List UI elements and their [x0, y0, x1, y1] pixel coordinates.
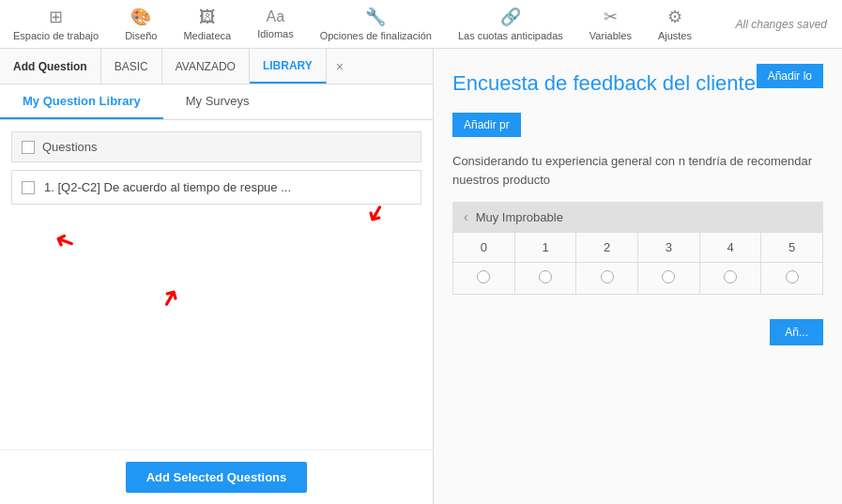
toolbar-label-variables: Variables — [589, 30, 632, 41]
question-checkbox[interactable] — [22, 181, 35, 194]
tab-avanzado[interactable]: AVANZADO — [162, 49, 250, 84]
tab-my-surveys[interactable]: My Surveys — [163, 84, 272, 119]
survey-question-text: Considerando tu experiencia general con … — [452, 152, 823, 189]
toolbar-item-variables[interactable]: ✂ Variables — [576, 3, 645, 45]
toolbar-label-cuotas: Las cuotas anticipadas — [458, 30, 563, 41]
question-text: 1. [Q2-C2] De acuerdo al tiempo de respu… — [44, 180, 291, 194]
toolbar-label-opciones: Opciones de finalización — [320, 30, 432, 41]
scale-left-arrow-icon: ‹ — [464, 209, 468, 224]
opciones-icon: 🔧 — [365, 7, 386, 27]
scale-section: ‹ Muy Improbable 0 1 2 3 4 5 — [452, 202, 823, 295]
all-changes-saved: All changes saved — [736, 18, 842, 31]
scale-radios-row — [452, 263, 823, 295]
scale-number-2: 2 — [576, 233, 638, 262]
questions-section: Questions 1. [Q2-C2] De acuerdo al tiemp… — [0, 120, 433, 450]
toolbar-item-opciones[interactable]: 🔧 Opciones de finalización — [307, 3, 445, 45]
toolbar: ⊞ Espacio de trabajo 🎨 Diseño 🖼 Mediatec… — [0, 0, 842, 49]
tab-library[interactable]: LIBRARY — [250, 49, 327, 84]
toolbar-item-design[interactable]: 🎨 Diseño — [112, 3, 170, 45]
add-bottom-button[interactable]: Añ... — [770, 319, 823, 345]
scale-number-3: 3 — [638, 233, 700, 262]
scale-number-1: 1 — [515, 233, 577, 262]
scale-header: ‹ Muy Improbable — [452, 202, 823, 232]
add-logo-button[interactable]: Añadir lo — [757, 64, 823, 88]
toolbar-item-idiomas[interactable]: Aa Idiomas — [244, 5, 307, 43]
close-button[interactable]: × — [327, 49, 353, 84]
radio-circle-5 — [786, 270, 799, 283]
radio-circle-3 — [662, 270, 675, 283]
scale-radio-1[interactable] — [515, 263, 577, 294]
variables-icon: ✂ — [604, 7, 618, 27]
scale-number-0: 0 — [453, 233, 515, 262]
cuotas-icon: 🔗 — [500, 7, 521, 27]
right-panel: Añadir lo Encuesta de feedback del clien… — [434, 49, 842, 504]
toolbar-item-cuotas[interactable]: 🔗 Las cuotas anticipadas — [445, 3, 576, 45]
scale-radio-4[interactable] — [700, 263, 762, 294]
toolbar-label-idiomas: Idiomas — [257, 28, 294, 39]
scale-radio-2[interactable] — [576, 263, 638, 294]
questions-column-header: Questions — [42, 140, 98, 154]
toolbar-label-design: Diseño — [125, 30, 157, 41]
add-selected-questions-button[interactable]: Add Selected Questions — [126, 462, 308, 493]
scale-number-5: 5 — [761, 233, 822, 262]
scale-numbers-row: 0 1 2 3 4 5 — [452, 232, 823, 263]
idiomas-icon: Aa — [267, 8, 285, 25]
scale-radio-3[interactable] — [638, 263, 700, 294]
scale-radio-0[interactable] — [453, 263, 515, 294]
add-question-label: Add Question — [0, 49, 101, 84]
main-layout: Add Question BASIC AVANZADO LIBRARY × My… — [0, 49, 842, 504]
radio-circle-2 — [601, 270, 614, 283]
toolbar-label-mediateca: Mediateca — [183, 30, 231, 41]
toolbar-item-workspace[interactable]: ⊞ Espacio de trabajo — [0, 3, 112, 45]
radio-circle-0 — [477, 270, 490, 283]
tab-basic[interactable]: BASIC — [101, 49, 162, 84]
scale-number-4: 4 — [700, 233, 762, 262]
scale-label: Muy Improbable — [476, 210, 563, 224]
toolbar-label-ajustes: Ajustes — [658, 30, 692, 41]
radio-circle-4 — [724, 270, 737, 283]
questions-header-row: Questions — [11, 131, 421, 162]
toolbar-item-ajustes[interactable]: ⚙ Ajustes — [645, 3, 705, 45]
toolbar-label-workspace: Espacio de trabajo — [13, 30, 99, 41]
mediateca-icon: 🖼 — [199, 8, 216, 27]
scale-radio-5[interactable] — [761, 263, 822, 294]
question-item: 1. [Q2-C2] De acuerdo al tiempo de respu… — [11, 170, 421, 205]
library-tabs: My Question Library My Surveys — [0, 84, 433, 120]
design-icon: 🎨 — [130, 7, 151, 27]
left-panel: Add Question BASIC AVANZADO LIBRARY × My… — [0, 49, 434, 504]
add-selected-questions-area: Add Selected Questions — [0, 450, 433, 504]
ajustes-icon: ⚙ — [667, 7, 682, 27]
radio-circle-1 — [539, 270, 552, 283]
workspace-icon: ⊞ — [49, 7, 63, 27]
tab-my-question-library[interactable]: My Question Library — [0, 84, 163, 119]
toolbar-item-mediateca[interactable]: 🖼 Mediateca — [170, 4, 244, 45]
add-question-bar: Add Question BASIC AVANZADO LIBRARY × — [0, 49, 433, 84]
select-all-checkbox[interactable] — [22, 141, 35, 154]
add-pr-button[interactable]: Añadir pr — [452, 113, 521, 137]
